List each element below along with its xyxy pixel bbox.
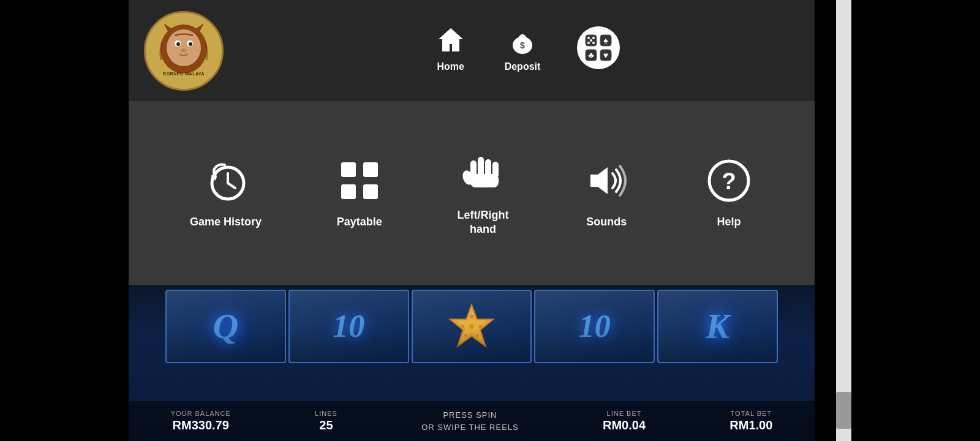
svg-point-26 bbox=[587, 42, 590, 44]
starfish-icon bbox=[444, 302, 499, 351]
svg-text:$: $ bbox=[520, 40, 525, 50]
money-bag-icon: $ bbox=[508, 26, 537, 55]
reel-4-symbol: 10 bbox=[579, 308, 611, 344]
svg-text:♣: ♣ bbox=[589, 50, 594, 60]
scrollbar[interactable] bbox=[836, 0, 851, 441]
svg-point-7 bbox=[469, 324, 474, 329]
spin-prompt-group: PRESS SPINOR SWIPE THE REELS bbox=[421, 409, 519, 433]
menu-overlay: Game History Paytable bbox=[129, 101, 815, 285]
stats-bar: YOUR BALANCE RM330.79 LINES 25 PRESS SPI… bbox=[129, 401, 815, 441]
svg-rect-39 bbox=[341, 162, 356, 177]
svg-point-6 bbox=[461, 325, 464, 328]
history-icon bbox=[203, 159, 247, 203]
menu-item-game-history[interactable]: Game History bbox=[172, 144, 280, 241]
svg-line-37 bbox=[228, 183, 235, 188]
nav-item-deposit[interactable]: $ Deposit bbox=[505, 23, 541, 72]
volume-icon bbox=[584, 159, 628, 203]
reel-3 bbox=[412, 290, 532, 363]
svg-point-2 bbox=[470, 314, 473, 318]
casino-chips-icon: ♠ ♣ ♥ bbox=[584, 34, 612, 62]
svg-point-10 bbox=[167, 29, 201, 66]
svg-point-24 bbox=[587, 37, 590, 39]
svg-rect-47 bbox=[470, 174, 499, 187]
lines-group: LINES 25 bbox=[315, 410, 337, 432]
help-icon-wrapper: ? bbox=[704, 156, 753, 205]
casino-circle-button[interactable]: ♠ ♣ ♥ bbox=[577, 26, 620, 69]
line-bet-value: RM0.04 bbox=[603, 418, 646, 432]
svg-point-15 bbox=[181, 48, 187, 52]
help-icon: ? bbox=[707, 159, 751, 203]
lines-value: 25 bbox=[315, 418, 337, 432]
menu-item-hand[interactable]: Left/Right hand bbox=[439, 137, 527, 249]
reel-5-symbol: K bbox=[706, 306, 729, 347]
svg-point-28 bbox=[590, 39, 592, 42]
svg-point-27 bbox=[592, 42, 595, 44]
logo-area: BORNEO MALAYA bbox=[129, 0, 239, 101]
svg-point-5 bbox=[464, 334, 467, 337]
total-bet-group: TOTAL BET RM1.00 bbox=[729, 410, 772, 432]
left-black-bar bbox=[0, 0, 129, 441]
svg-text:BORNEO MALAYA: BORNEO MALAYA bbox=[163, 72, 205, 76]
svg-text:?: ? bbox=[722, 168, 736, 194]
svg-marker-1 bbox=[456, 309, 487, 339]
svg-point-14 bbox=[189, 42, 192, 46]
reels-area: Q 10 10 K bbox=[129, 282, 815, 371]
menu-item-help[interactable]: ? Help bbox=[686, 144, 772, 241]
svg-rect-42 bbox=[363, 184, 378, 199]
balance-label: YOUR BALANCE bbox=[171, 410, 231, 417]
nav-item-home[interactable]: Home bbox=[434, 23, 468, 72]
svg-point-3 bbox=[479, 325, 482, 328]
logo: BORNEO MALAYA bbox=[144, 11, 224, 91]
nav-deposit-label: Deposit bbox=[505, 61, 541, 72]
reel-1: Q bbox=[165, 290, 286, 363]
hand-icon bbox=[461, 152, 505, 196]
history-icon-wrapper bbox=[201, 156, 250, 205]
deposit-icon-wrapper: $ bbox=[505, 23, 540, 58]
game-history-label: Game History bbox=[190, 215, 262, 229]
nav-home-label: Home bbox=[437, 61, 464, 72]
reel-2-symbol: 10 bbox=[333, 308, 364, 344]
total-bet-value: RM1.00 bbox=[729, 418, 772, 432]
spin-prompt-label: PRESS SPINOR SWIPE THE REELS bbox=[421, 409, 519, 433]
svg-marker-49 bbox=[590, 167, 608, 194]
reel-1-symbol: Q bbox=[213, 306, 238, 347]
top-nav: BORNEO MALAYA Home bbox=[129, 0, 815, 101]
menu-item-sounds[interactable]: Sounds bbox=[564, 144, 649, 241]
scrollbar-thumb[interactable] bbox=[836, 392, 851, 429]
svg-rect-40 bbox=[363, 162, 378, 177]
sounds-label: Sounds bbox=[586, 215, 627, 229]
balance-group: YOUR BALANCE RM330.79 bbox=[171, 410, 231, 432]
reel-5: K bbox=[657, 290, 778, 363]
sounds-icon-wrapper bbox=[582, 156, 631, 205]
reel-4: 10 bbox=[534, 290, 655, 363]
grid-icon bbox=[337, 159, 382, 203]
svg-point-22 bbox=[520, 34, 525, 38]
lines-label: LINES bbox=[315, 410, 337, 417]
hand-label: Left/Right hand bbox=[458, 208, 509, 237]
svg-point-13 bbox=[176, 42, 180, 46]
balance-value: RM330.79 bbox=[171, 418, 231, 432]
home-icon bbox=[436, 26, 466, 55]
menu-item-paytable[interactable]: Paytable bbox=[317, 144, 402, 241]
svg-rect-41 bbox=[341, 184, 356, 199]
reel-2: 10 bbox=[288, 290, 409, 363]
nav-item-casino[interactable]: ♠ ♣ ♥ bbox=[577, 26, 620, 69]
svg-marker-0 bbox=[450, 304, 494, 347]
help-label: Help bbox=[717, 215, 741, 229]
paytable-label: Paytable bbox=[337, 215, 382, 229]
logo-image: BORNEO MALAYA bbox=[150, 17, 217, 85]
home-icon-wrapper bbox=[434, 23, 468, 58]
svg-text:♥: ♥ bbox=[603, 50, 608, 60]
svg-point-25 bbox=[592, 37, 595, 39]
paytable-icon-wrapper bbox=[335, 156, 384, 205]
hand-icon-wrapper bbox=[458, 149, 507, 198]
svg-text:♠: ♠ bbox=[604, 36, 609, 45]
line-bet-label: LINE BET bbox=[603, 410, 646, 417]
top-nav-center: Home $ Deposit bbox=[239, 0, 815, 101]
total-bet-label: TOTAL BET bbox=[729, 410, 772, 417]
slot-background: Q 10 10 K bbox=[129, 282, 815, 441]
svg-point-4 bbox=[476, 334, 479, 337]
line-bet-group: LINE BET RM0.04 bbox=[603, 410, 646, 432]
